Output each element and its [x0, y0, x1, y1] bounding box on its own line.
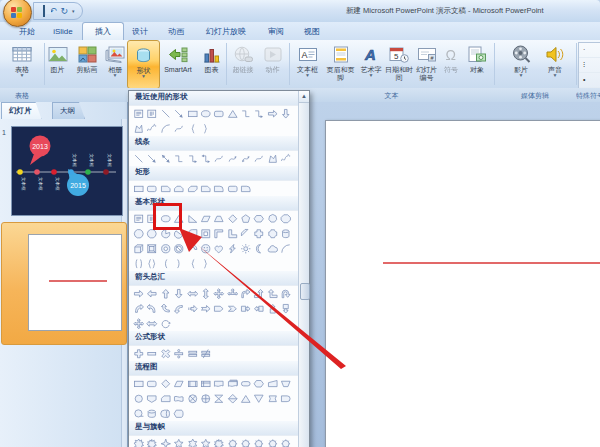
shape-bevel[interactable] [145, 242, 158, 255]
shape-left-right-arrow-callout[interactable] [145, 317, 158, 330]
shape-merge[interactable] [253, 392, 266, 405]
shape-star-6-point[interactable] [186, 437, 199, 447]
save-button[interactable] [43, 4, 45, 18]
shape-freeform[interactable] [266, 152, 279, 165]
shape-no-symbol[interactable] [172, 242, 185, 255]
shape-notched-right-arrow[interactable] [199, 302, 212, 315]
shape-decagon[interactable] [132, 227, 145, 240]
shape-striped-right-arrow[interactable] [186, 302, 199, 315]
shape-line-arrow[interactable] [145, 152, 158, 165]
shape-summing-junction[interactable] [186, 392, 199, 405]
shape-circular-arrow[interactable] [159, 317, 172, 330]
shape-line[interactable] [132, 152, 145, 165]
scroll-up-arrow-icon[interactable]: ▲ [299, 91, 309, 103]
shape-scribble[interactable] [145, 122, 158, 135]
shape-rectangle[interactable] [186, 107, 199, 120]
shape-moon[interactable] [253, 242, 266, 255]
shape-diamond[interactable] [226, 212, 239, 225]
shape-right-arrow-callout[interactable] [239, 302, 252, 315]
shape-card[interactable] [159, 392, 172, 405]
slide-thumbnail-1[interactable]: 20132015文本框文本框文本框文本框文本框文本框 [11, 126, 123, 216]
shape-star-32-point[interactable] [279, 437, 292, 447]
shape-process[interactable] [132, 377, 145, 390]
object-button[interactable]: 对象 [462, 41, 492, 87]
ribbon-tab-幻灯片放映[interactable]: 幻灯片放映 [194, 23, 258, 40]
shape-frame[interactable] [199, 227, 212, 240]
shape-multidocument[interactable] [226, 377, 239, 390]
picture-button[interactable]: 图片 [43, 41, 72, 87]
shape-elbow-connector[interactable] [239, 107, 252, 120]
shape-l-shape[interactable] [226, 227, 239, 240]
shape-rounded-rectangle[interactable] [212, 107, 225, 120]
shape-line-arrow[interactable] [172, 107, 185, 120]
shape-right-triangle[interactable] [186, 212, 199, 225]
shape-arc[interactable] [159, 122, 172, 135]
shape-plus-sign[interactable] [132, 347, 145, 360]
shape-right-arrow[interactable] [132, 287, 145, 300]
shape-cloud[interactable] [266, 242, 279, 255]
ribbon-tab-iSlide[interactable]: iSlide [44, 23, 82, 40]
shape-quad-arrow[interactable] [212, 287, 225, 300]
scrollbar-thumb[interactable] [300, 283, 310, 300]
shape-curved-down-arrow[interactable] [172, 302, 185, 315]
shape-elbow-connector[interactable] [172, 152, 185, 165]
shape-donut[interactable] [159, 242, 172, 255]
shape-star-7-point[interactable] [199, 437, 212, 447]
shape-double-bracket[interactable] [132, 257, 145, 270]
shape-punched-tape[interactable] [172, 392, 185, 405]
shape-down-arrow[interactable] [172, 287, 185, 300]
shape-collate[interactable] [212, 392, 225, 405]
shape-right-arrow[interactable] [266, 107, 279, 120]
shape-rectangle[interactable] [132, 182, 145, 195]
shape-plaque[interactable] [266, 227, 279, 240]
shape-internal-storage[interactable] [199, 377, 212, 390]
shape-down-arrow[interactable] [279, 107, 292, 120]
ribbon-tab-设计[interactable]: 设计 [122, 23, 158, 40]
shape-curved-connector[interactable] [212, 152, 225, 165]
shape-text-box[interactable] [132, 212, 145, 225]
shape-smiley-face[interactable] [199, 242, 212, 255]
shape-sort[interactable] [226, 392, 239, 405]
slide-red-line-shape[interactable] [383, 262, 600, 264]
shape-text-box[interactable] [132, 107, 145, 120]
shape-cross[interactable] [253, 227, 266, 240]
shape-sun[interactable] [239, 242, 252, 255]
shape-isosceles-triangle[interactable] [226, 107, 239, 120]
special-symbol-item[interactable]: ⁝ [579, 58, 600, 73]
menu-scrollbar[interactable]: ▲ [298, 91, 309, 447]
shape-heptagon[interactable] [266, 212, 279, 225]
shape-curved-up-arrow[interactable] [159, 302, 172, 315]
shape-regular-pentagon[interactable] [239, 212, 252, 225]
shape-star-16-point[interactable] [253, 437, 266, 447]
shape-right-bracket[interactable] [172, 257, 185, 270]
datetime-button[interactable]: 5日期和时间 [385, 41, 413, 87]
shape-curved-right-arrow[interactable] [132, 302, 145, 315]
shape-down-arrow-callout[interactable] [279, 302, 292, 315]
shape-lightning-bolt[interactable] [226, 242, 239, 255]
shape-left-up-arrow[interactable] [266, 287, 279, 300]
shape-octagon[interactable] [279, 212, 292, 225]
shape-left-bracket[interactable] [159, 257, 172, 270]
shape-round-single-corner-rectangle[interactable] [212, 182, 225, 195]
shape-predefined-process[interactable] [186, 377, 199, 390]
shape-magnetic-disk[interactable] [145, 407, 158, 420]
shape-vertical-text-box[interactable] [145, 107, 158, 120]
ribbon-tab-审阅[interactable]: 审阅 [258, 23, 294, 40]
shape-connector[interactable] [132, 392, 145, 405]
album-button[interactable]: 相册▼ [103, 41, 127, 87]
shape-not-equal-sign[interactable] [199, 347, 212, 360]
special-symbol-item[interactable]: · [579, 43, 600, 58]
shape-left-brace[interactable] [186, 257, 199, 270]
ribbon-tab-动画[interactable]: 动画 [158, 23, 194, 40]
shape-snip-diagonal-corner-rectangle[interactable] [186, 182, 199, 195]
shape-u-turn-arrow[interactable] [279, 287, 292, 300]
qat-customize-button[interactable]: ▾ [72, 4, 75, 18]
smartart-button[interactable]: SmartArt [158, 41, 198, 87]
shape-trapezoid[interactable] [212, 212, 225, 225]
shape-can[interactable] [279, 227, 292, 240]
shape-arc[interactable] [279, 242, 292, 255]
shape-preparation[interactable] [253, 377, 266, 390]
slide-canvas[interactable] [325, 120, 600, 447]
chart-button[interactable]: 图表 [198, 41, 225, 87]
shape-up-arrow-callout[interactable] [266, 302, 279, 315]
